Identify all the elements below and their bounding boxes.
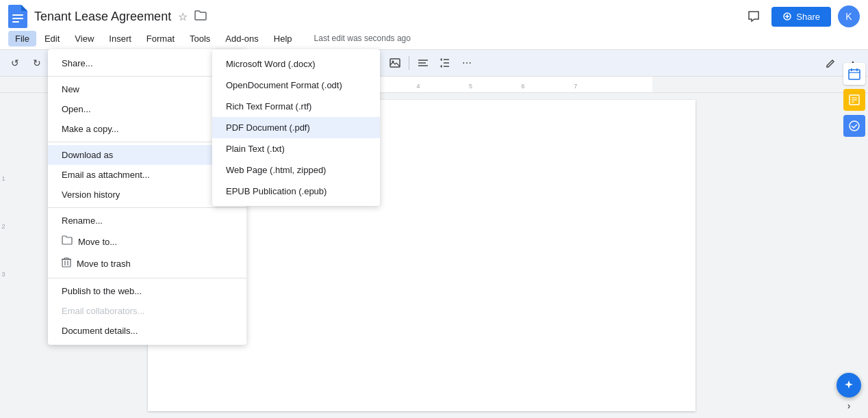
menu-item-help[interactable]: Help [267,31,299,47]
download-html[interactable]: Web Page (.html, zipped) [212,159,380,181]
menu-bar: File Edit View Insert Format Tools Add-o… [0,27,868,49]
title-bar: Tenant Lease Agreement ☆ Share K [0,0,868,27]
line-spacing-button[interactable] [435,53,455,73]
svg-rect-2 [12,21,19,23]
separator-4 [48,278,246,278]
trash-icon [62,257,71,270]
download-pdf[interactable]: PDF Document (.pdf) [212,117,380,138]
header-right: Share K [743,5,860,27]
svg-point-22 [850,121,859,131]
calendar-side-icon[interactable] [843,63,865,85]
page-number-sidebar: 1 2 3 [0,93,7,418]
doc-icon [8,5,27,28]
file-menu-trash[interactable]: Move to trash [48,252,246,275]
magic-assist-button[interactable] [837,373,861,397]
star-icon[interactable]: ☆ [177,9,189,25]
svg-rect-6 [390,59,400,67]
undo-button[interactable]: ↺ [5,53,25,73]
doc-title: Tenant Lease Agreement [34,10,171,24]
menu-item-insert[interactable]: Insert [102,31,138,47]
share-label: Share [796,12,820,22]
side-panel-icons [843,63,865,137]
comment-icon-button[interactable] [743,5,765,27]
align-button[interactable] [413,53,433,73]
download-odt[interactable]: OpenDocument Format (.odt) [212,75,380,96]
redo-button[interactable]: ↻ [27,53,47,73]
download-docx[interactable]: Microsoft Word (.docx) [212,53,380,75]
file-menu-email-collab: Email collaborators... [48,301,246,321]
file-menu-publish[interactable]: Publish to the web... [48,281,246,301]
more-toolbar-button[interactable]: ⋯ [457,53,476,73]
download-txt[interactable]: Plain Text (.txt) [212,138,380,159]
avatar[interactable]: K [838,5,860,27]
last-edit-label: Last edit was seconds ago [314,34,411,43]
svg-rect-0 [12,14,23,16]
toolbar-divider-6 [409,56,409,70]
menu-item-view[interactable]: View [68,31,101,47]
download-submenu: Microsoft Word (.docx) OpenDocument Form… [212,49,380,206]
file-menu-doc-details[interactable]: Document details... [48,321,246,341]
folder-icon[interactable] [193,9,208,25]
menu-item-edit[interactable]: Edit [38,31,66,47]
image-button[interactable] [385,53,405,73]
menu-item-addons[interactable]: Add-ons [218,31,265,47]
right-panel [837,93,868,418]
file-menu-rename[interactable]: Rename... [48,211,246,231]
svg-rect-14 [849,70,860,79]
menu-item-tools[interactable]: Tools [183,31,217,47]
tasks-side-icon[interactable] [843,115,865,137]
share-button[interactable]: Share [771,7,831,27]
svg-rect-23 [62,259,71,267]
folder-icon [62,235,73,248]
separator-3 [48,207,246,208]
menu-item-format[interactable]: Format [140,31,181,47]
download-rtf[interactable]: Rich Text Format (.rtf) [212,96,380,117]
title-icons: ☆ [177,9,208,25]
svg-rect-1 [12,18,23,19]
expand-panel-button[interactable]: › [837,399,861,413]
file-menu-move[interactable]: Move to... [48,231,246,252]
download-epub[interactable]: EPUB Publication (.epub) [212,181,380,202]
notes-side-icon[interactable] [843,89,865,111]
menu-item-file[interactable]: File [8,31,36,47]
editing-mode-button[interactable] [821,53,841,73]
